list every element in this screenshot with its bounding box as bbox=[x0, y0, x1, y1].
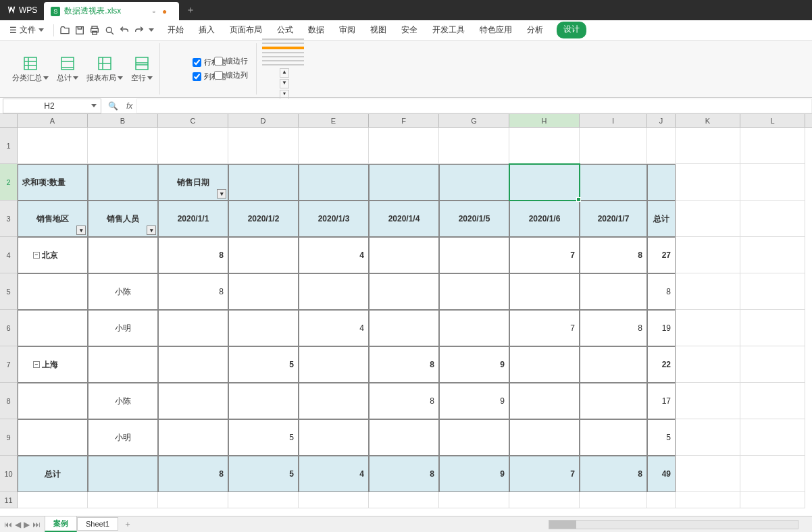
row-header[interactable]: 10 bbox=[0, 456, 18, 492]
cell[interactable] bbox=[88, 492, 158, 508]
cell[interactable] bbox=[299, 128, 369, 164]
cell[interactable] bbox=[509, 492, 580, 508]
cell[interactable]: 8 bbox=[158, 273, 228, 310]
cell[interactable]: 2020/1/3 bbox=[299, 201, 369, 237]
style-option[interactable] bbox=[262, 60, 304, 61]
cell[interactable] bbox=[580, 419, 647, 456]
row-header[interactable]: 1 bbox=[0, 128, 18, 164]
row-header[interactable]: 7 bbox=[0, 346, 18, 383]
cell[interactable]: 4 bbox=[299, 456, 369, 492]
filter-dropdown[interactable]: ▾ bbox=[76, 225, 86, 235]
cell[interactable]: −上海 bbox=[18, 346, 88, 383]
qat-more-icon[interactable] bbox=[149, 28, 154, 32]
cell[interactable] bbox=[647, 128, 676, 164]
tab-dot-icon[interactable]: ● bbox=[162, 7, 167, 16]
column-header[interactable]: E bbox=[299, 114, 369, 127]
grandtotal-button[interactable]: 总计 bbox=[54, 54, 81, 84]
cell[interactable] bbox=[676, 237, 740, 273]
cell[interactable]: 7 bbox=[509, 310, 580, 346]
cell[interactable] bbox=[299, 383, 369, 419]
cell[interactable] bbox=[676, 456, 740, 492]
cell[interactable] bbox=[509, 383, 580, 419]
paste-function-icon[interactable]: 🔍 bbox=[104, 101, 122, 111]
cell[interactable]: 8 bbox=[580, 237, 647, 273]
cell[interactable] bbox=[299, 492, 369, 508]
blank-row-button[interactable]: 空行 bbox=[128, 54, 155, 84]
cell[interactable]: 8 bbox=[647, 273, 676, 310]
collapse-icon[interactable]: − bbox=[33, 252, 40, 259]
style-option[interactable] bbox=[262, 43, 304, 44]
style-option[interactable] bbox=[262, 38, 304, 40]
cell[interactable]: 22 bbox=[647, 346, 676, 383]
filter-dropdown[interactable]: ▾ bbox=[147, 225, 156, 235]
cell[interactable] bbox=[439, 273, 509, 310]
cell[interactable] bbox=[228, 273, 299, 310]
cell[interactable]: 小明 bbox=[88, 310, 158, 346]
tab-menu-icon[interactable]: ▫ bbox=[153, 7, 155, 16]
cell[interactable]: 5 bbox=[228, 346, 299, 383]
cell[interactable] bbox=[740, 492, 805, 508]
column-header[interactable]: H bbox=[509, 114, 580, 127]
cell[interactable] bbox=[439, 164, 509, 201]
cell[interactable]: 5 bbox=[228, 456, 299, 492]
cell[interactable]: 求和项:数量 bbox=[18, 164, 88, 201]
cell[interactable]: 8 bbox=[158, 237, 228, 273]
row-header[interactable]: 9 bbox=[0, 419, 18, 456]
cell[interactable] bbox=[228, 383, 299, 419]
cell[interactable] bbox=[439, 419, 509, 456]
cell[interactable] bbox=[88, 128, 158, 164]
cell[interactable] bbox=[299, 346, 369, 383]
first-sheet-icon[interactable]: ⏮ bbox=[4, 520, 12, 529]
cell[interactable] bbox=[676, 128, 740, 164]
cell[interactable]: 2020/1/2 bbox=[228, 201, 299, 237]
name-box[interactable]: H2 bbox=[3, 99, 101, 113]
banded-row-checkbox[interactable]: 镶边行 bbox=[214, 56, 248, 66]
cell[interactable] bbox=[580, 128, 647, 164]
cell[interactable] bbox=[88, 164, 158, 201]
cell[interactable]: 7 bbox=[509, 456, 580, 492]
style-option[interactable] bbox=[262, 56, 304, 57]
cell[interactable] bbox=[647, 164, 676, 201]
subtotal-button[interactable]: 分类汇总 bbox=[9, 54, 51, 84]
cell[interactable] bbox=[88, 346, 158, 383]
cell[interactable] bbox=[647, 492, 676, 508]
cell[interactable] bbox=[676, 383, 740, 419]
cell[interactable] bbox=[580, 164, 647, 201]
row-header[interactable]: 8 bbox=[0, 383, 18, 419]
cell[interactable]: 销售地区▾ bbox=[18, 201, 88, 237]
cell[interactable] bbox=[740, 237, 805, 273]
cell[interactable]: 2020/1/1 bbox=[158, 201, 228, 237]
cell[interactable] bbox=[369, 164, 439, 201]
column-header[interactable]: B bbox=[88, 114, 158, 127]
style-option[interactable] bbox=[262, 64, 304, 65]
tab-pagelayout[interactable]: 页面布局 bbox=[228, 22, 263, 38]
column-header[interactable]: J bbox=[647, 114, 676, 127]
column-header[interactable]: I bbox=[580, 114, 647, 127]
cell[interactable]: 小陈 bbox=[88, 273, 158, 310]
cell[interactable] bbox=[676, 273, 740, 310]
cell[interactable]: 2020/1/4 bbox=[369, 201, 439, 237]
cell[interactable] bbox=[228, 492, 299, 508]
cell[interactable]: 总计 bbox=[647, 201, 676, 237]
select-all-corner[interactable] bbox=[0, 114, 18, 127]
row-header[interactable]: 6 bbox=[0, 310, 18, 346]
cell[interactable] bbox=[228, 164, 299, 201]
tab-security[interactable]: 安全 bbox=[400, 22, 419, 38]
cell[interactable] bbox=[299, 164, 369, 201]
cell[interactable]: 8 bbox=[580, 456, 647, 492]
cell[interactable] bbox=[88, 237, 158, 273]
cell[interactable] bbox=[18, 492, 88, 508]
cell[interactable]: 8 bbox=[369, 456, 439, 492]
tab-view[interactable]: 视图 bbox=[369, 22, 388, 38]
cell[interactable] bbox=[18, 273, 88, 310]
cell[interactable] bbox=[740, 273, 805, 310]
cell[interactable] bbox=[740, 201, 805, 237]
cell[interactable]: 19 bbox=[647, 310, 676, 346]
collapse-icon[interactable]: − bbox=[33, 361, 40, 368]
cell[interactable] bbox=[676, 164, 740, 201]
next-sheet-icon[interactable]: ▶ bbox=[24, 520, 30, 529]
last-sheet-icon[interactable]: ⏭ bbox=[32, 520, 41, 529]
column-header[interactable]: F bbox=[369, 114, 439, 127]
cell[interactable]: 2020/1/6 bbox=[509, 201, 580, 237]
sheet-tab-active[interactable]: 案例 bbox=[45, 516, 77, 532]
